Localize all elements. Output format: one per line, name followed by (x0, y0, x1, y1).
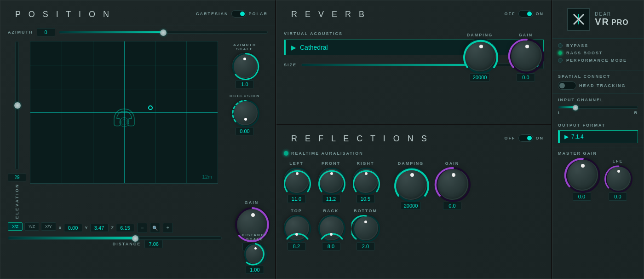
reflection-knobs-grid: LEFT 11.0 FRONT (284, 161, 378, 250)
view-yz-btn[interactable]: Y/Z (24, 222, 39, 231)
spatial-connect-label: SPATIAL CONNECT (558, 74, 638, 79)
reverb-panel: R E V E R B OFF ON VIRTUAL ACOUSTICS ▶ C… (276, 0, 552, 279)
lfe-knob-container: LFE 0.0 (605, 159, 631, 201)
performance-mode-row[interactable]: PERFORMANCE MODE (558, 58, 638, 63)
distance-scale-label: DISTANCESCALE (242, 233, 268, 241)
performance-mode-led (558, 58, 563, 63)
distance-scale-knob-area: DISTANCESCALE 1.00 (242, 233, 268, 274)
distance-value[interactable]: 7.06 (144, 240, 163, 248)
reverb-off-label: OFF (505, 12, 516, 16)
left-knob[interactable] (284, 168, 309, 193)
source-position-dot[interactable] (148, 105, 153, 110)
reverb-on-label: ON (536, 12, 544, 16)
svg-point-0 (120, 118, 129, 127)
top-knob[interactable] (284, 215, 309, 240)
left-knob-label: LEFT (289, 161, 304, 166)
reflections-title: R E F L E C T I O N S (284, 128, 437, 147)
reflections-off-label: OFF (505, 136, 516, 140)
output-format-label: OUTPUT FORMAT (558, 123, 638, 128)
azimuth-scale-knob[interactable] (232, 53, 258, 78)
y-field: Y 3.47 (85, 224, 109, 232)
position-grid[interactable]: 12m (30, 41, 218, 184)
output-format-value: 7.1.4 (571, 134, 584, 140)
distance-label: DISTANCE (113, 242, 141, 246)
master-gain-knob-container: 0.0 (566, 158, 598, 201)
view-xz-btn[interactable]: X/Z (8, 222, 23, 231)
reflections-section: R E F L E C T I O N S OFF ON REALTIME AU… (276, 125, 551, 254)
performance-mode-label: PERFORMANCE MODE (566, 58, 627, 63)
y-value[interactable]: 3.47 (90, 224, 109, 232)
reverb-gain-knob[interactable] (510, 39, 542, 71)
realtime-label: REALTIME AURALISATION (291, 151, 363, 156)
gain-label: GAIN (245, 200, 259, 205)
zoom-plus-btn[interactable]: + (163, 223, 173, 233)
azimuth-value[interactable]: 0 (37, 28, 55, 36)
x-value[interactable]: 0.00 (64, 224, 82, 232)
coord-toggle-switch[interactable] (231, 10, 246, 17)
grid-distance-label: 12m (202, 174, 212, 180)
svg-point-13 (354, 216, 380, 242)
elevation-label: ELEVATION (15, 183, 19, 219)
distance-row: DISTANCE 7.06 (8, 240, 268, 248)
reverb-damping-label: DAMPING (467, 33, 493, 37)
azimuth-label: AZIMUTH (8, 30, 33, 35)
occlusion-knob[interactable] (232, 100, 258, 125)
right-knob[interactable] (353, 168, 378, 193)
bypass-label: BYPASS (566, 43, 588, 48)
refl-gain-knob[interactable] (436, 168, 468, 200)
svg-point-1 (121, 120, 127, 125)
master-gain-knob[interactable] (566, 158, 598, 191)
elevation-slider[interactable] (15, 41, 19, 170)
front-knob[interactable] (318, 168, 344, 193)
reverb-toggle[interactable]: OFF ON (505, 10, 544, 17)
x-label: X (59, 226, 63, 230)
output-format-arrow: ▶ (564, 134, 569, 140)
front-knob-container: FRONT 11.2 (318, 161, 344, 203)
top-knob-label: TOP (291, 209, 302, 213)
left-knob-container: LEFT 11.0 (284, 161, 309, 203)
front-knob-label: FRONT (322, 161, 340, 166)
refl-gain-knob-container: GAIN 0.0 (436, 161, 468, 210)
back-knob[interactable] (318, 215, 344, 240)
view-xy-btn[interactable]: X/Y (41, 222, 56, 231)
right-panel: DEAR VR PRO BYPASS BASS BOOST PERFORMANC… (552, 0, 644, 279)
reflections-header: R E F L E C T I O N S OFF ON (284, 128, 544, 147)
size-label: SIZE (284, 63, 297, 67)
reverb-damping-knob-container: DAMPING 20000 (464, 33, 496, 81)
azimuth-slider[interactable] (59, 31, 268, 34)
preset-name: Cathedral (300, 44, 328, 51)
reverb-damping-gain: DAMPING 20000 GAIN (464, 33, 542, 81)
input-channel-label: INPUT CHANNEL (558, 98, 638, 102)
z-value[interactable]: 6.15 (116, 224, 134, 232)
head-tracking-switch[interactable] (558, 81, 576, 90)
bypass-row[interactable]: BYPASS (558, 43, 638, 48)
elevation-value: 29 (8, 174, 26, 181)
bass-boost-row[interactable]: BASS BOOST (558, 51, 638, 55)
logo-text: DEAR VR PRO (595, 12, 628, 27)
reverb-damping-knob[interactable] (464, 39, 496, 71)
r-label: R (634, 110, 638, 115)
y-label: Y (85, 226, 89, 230)
refl-gain-label: GAIN (445, 161, 460, 166)
azimuth-scale-label: AZIMUTHSCALE (233, 43, 256, 51)
zoom-icon[interactable]: 🔍 (150, 223, 160, 233)
realtime-row: REALTIME AURALISATION (284, 151, 544, 156)
refl-damping-knob[interactable] (395, 168, 427, 200)
input-channel-slider[interactable] (558, 106, 638, 109)
reflections-switch[interactable] (518, 134, 533, 142)
bottom-knob[interactable] (353, 215, 378, 240)
cartesian-polar-toggle[interactable]: CARTESIAN POLAR (196, 10, 268, 17)
lfe-knob[interactable] (605, 165, 631, 191)
preset-arrow-icon: ▶ (291, 44, 296, 51)
options-section: BYPASS BASS BOOST PERFORMANCE MODE (552, 39, 644, 70)
reverb-switch[interactable] (518, 10, 533, 17)
xyz-row: X/Z Y/Z X/Y X 0.00 Y 3.47 Z 6.15 − 🔍 + (8, 222, 268, 233)
top-knob-container: TOP 8.2 (284, 209, 309, 250)
reflections-toggle[interactable]: OFF ON (505, 134, 544, 142)
distance-scale-knob[interactable] (244, 243, 265, 264)
position-title: P O S I T I O N (8, 4, 119, 23)
distance-slider[interactable] (8, 236, 222, 240)
output-format-selector[interactable]: ▶ 7.1.4 (558, 130, 638, 143)
zoom-minus-btn[interactable]: − (137, 223, 147, 233)
position-right-controls: AZIMUTHSCALE 1.0 OCCLUSION (222, 41, 268, 219)
